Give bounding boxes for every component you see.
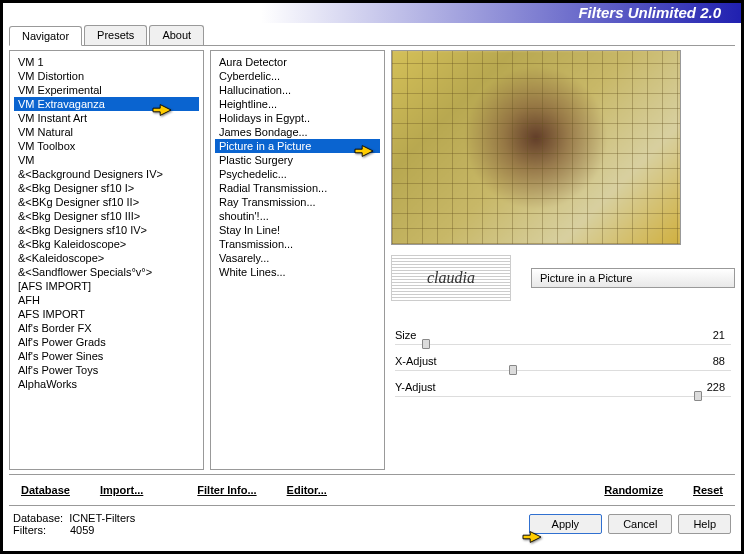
filter-item[interactable]: Vasarely...	[215, 251, 380, 265]
filter-item[interactable]: Transmission...	[215, 237, 380, 251]
category-item[interactable]: VM Toolbox	[14, 139, 199, 153]
param-label: Size	[395, 329, 416, 341]
filter-item[interactable]: Aura Detector	[215, 55, 380, 69]
filter-info-button[interactable]: Filter Info...	[185, 481, 268, 499]
preview-image	[391, 50, 681, 245]
category-list[interactable]: VM 1VM DistortionVM ExperimentalVM Extra…	[9, 50, 204, 470]
param-slider[interactable]	[395, 396, 731, 398]
category-item[interactable]: VM Distortion	[14, 69, 199, 83]
category-item[interactable]: Alf's Power Grads	[14, 335, 199, 349]
filter-item[interactable]: Heightline...	[215, 97, 380, 111]
tab-presets[interactable]: Presets	[84, 25, 147, 45]
tab-navigator[interactable]: Navigator	[9, 26, 82, 46]
filter-item[interactable]: White Lines...	[215, 265, 380, 279]
param-row: Y-Adjust228	[391, 378, 735, 396]
title-bar: Filters Unlimited 2.0	[3, 3, 741, 23]
filters-count-value: 4059	[70, 524, 94, 536]
category-item[interactable]: VM	[14, 153, 199, 167]
filter-item[interactable]: Plastic Surgery	[215, 153, 380, 167]
help-button[interactable]: Help	[678, 514, 731, 534]
category-item[interactable]: &<Kaleidoscope>	[14, 251, 199, 265]
category-item[interactable]: &<Bkg Designer sf10 I>	[14, 181, 199, 195]
right-panel: claudia Picture in a Picture Size21X-Adj…	[391, 50, 735, 470]
database-button[interactable]: Database	[9, 481, 82, 499]
category-item[interactable]: VM 1	[14, 55, 199, 69]
main-area: VM 1VM DistortionVM ExperimentalVM Extra…	[9, 50, 735, 470]
params-panel: Size21X-Adjust88Y-Adjust228	[391, 326, 735, 404]
category-item[interactable]: &<Bkg Designers sf10 IV>	[14, 223, 199, 237]
import-button[interactable]: Import...	[88, 481, 155, 499]
filter-item[interactable]: Ray Transmission...	[215, 195, 380, 209]
param-label: Y-Adjust	[395, 381, 436, 393]
db-label: Database:	[13, 512, 63, 524]
cancel-button[interactable]: Cancel	[608, 514, 672, 534]
category-item[interactable]: &<Bkg Designer sf10 III>	[14, 209, 199, 223]
category-item[interactable]: [AFS IMPORT]	[14, 279, 199, 293]
category-item[interactable]: Alf's Power Sines	[14, 349, 199, 363]
filter-item[interactable]: Holidays in Egypt..	[215, 111, 380, 125]
filter-item[interactable]: Picture in a Picture	[215, 139, 380, 153]
category-item[interactable]: Alf's Border FX	[14, 321, 199, 335]
param-value: 88	[713, 355, 725, 367]
filter-item[interactable]: Stay In Line!	[215, 223, 380, 237]
editor-button[interactable]: Editor...	[275, 481, 339, 499]
param-row: X-Adjust88	[391, 352, 735, 370]
category-item[interactable]: &<Bkg Kaleidoscope>	[14, 237, 199, 251]
tab-about[interactable]: About	[149, 25, 204, 45]
param-slider[interactable]	[395, 370, 731, 372]
category-item[interactable]: &<BKg Designer sf10 II>	[14, 195, 199, 209]
category-item[interactable]: &<Sandflower Specials°v°>	[14, 265, 199, 279]
category-item[interactable]: AFS IMPORT	[14, 307, 199, 321]
category-item[interactable]: VM Extravaganza	[14, 97, 199, 111]
tab-strip: Navigator Presets About	[9, 25, 735, 46]
param-row: Size21	[391, 326, 735, 344]
category-item[interactable]: VM Natural	[14, 125, 199, 139]
filter-item[interactable]: Cyberdelic...	[215, 69, 380, 83]
filter-item[interactable]: shoutin'!...	[215, 209, 380, 223]
category-item[interactable]: &<Background Designers IV>	[14, 167, 199, 181]
category-item[interactable]: AlphaWorks	[14, 377, 199, 391]
db-value: ICNET-Filters	[69, 512, 135, 524]
app-title: Filters Unlimited 2.0	[578, 4, 721, 21]
randomize-button[interactable]: Randomize	[592, 481, 675, 499]
claudia-logo: claudia	[391, 255, 511, 301]
filter-item[interactable]: Hallucination...	[215, 83, 380, 97]
footer: Database: ICNET-Filters Filters: 4059 Ap…	[3, 508, 741, 540]
category-item[interactable]: AFH	[14, 293, 199, 307]
param-value: 21	[713, 329, 725, 341]
filters-count-label: Filters:	[13, 524, 46, 536]
filter-item[interactable]: Psychedelic...	[215, 167, 380, 181]
param-slider[interactable]	[395, 344, 731, 346]
param-value: 228	[707, 381, 725, 393]
toolbar-row: Database Import... Filter Info... Editor…	[3, 477, 741, 503]
current-filter-name: Picture in a Picture	[531, 268, 735, 288]
filter-item[interactable]: Radial Transmission...	[215, 181, 380, 195]
filter-list[interactable]: Aura DetectorCyberdelic...Hallucination.…	[210, 50, 385, 470]
category-item[interactable]: VM Instant Art	[14, 111, 199, 125]
category-item[interactable]: Alf's Power Toys	[14, 363, 199, 377]
category-item[interactable]: VM Experimental	[14, 83, 199, 97]
reset-button[interactable]: Reset	[681, 481, 735, 499]
filter-item[interactable]: James Bondage...	[215, 125, 380, 139]
param-label: X-Adjust	[395, 355, 437, 367]
apply-button[interactable]: Apply	[529, 514, 603, 534]
